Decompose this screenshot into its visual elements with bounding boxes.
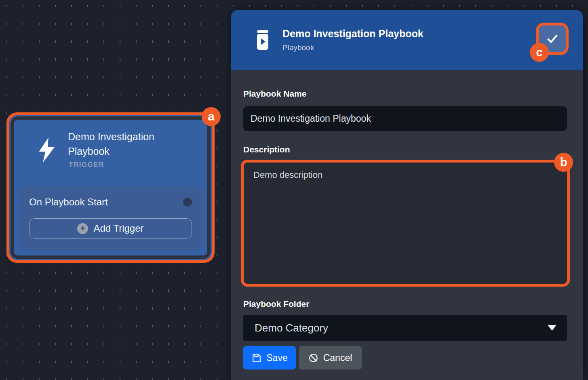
panel-title: Demo Investigation Playbook [282,28,424,40]
panel-body: Playbook Name Description Playbook Folde… [231,70,583,369]
playbook-book-icon [256,30,270,50]
trigger-node-type-label: TRIGGER [69,161,104,169]
trigger-row-on-playbook-start[interactable]: On Playbook Start [29,196,192,209]
trigger-node-title: Demo Investigation Playbook [68,129,169,158]
playbook-name-label: Playbook Name [243,89,567,99]
annotation-badge-b: b [554,153,573,172]
cancel-label: Cancel [323,353,352,363]
plus-icon: + [77,223,88,234]
description-label: Description [243,145,567,154]
trigger-node-card[interactable]: Demo Investigation Playbook TRIGGER On P… [11,116,211,259]
description-highlight [241,160,570,287]
playbook-folder-label: Playbook Folder [243,299,567,309]
description-textarea[interactable] [244,163,567,284]
annotation-badge-a: a [202,107,221,126]
lightning-bolt-icon [36,137,57,163]
floppy-disk-icon [251,353,261,363]
annotation-badge-c: c [530,43,549,62]
panel-subtitle: Playbook [282,43,424,52]
playbook-folder-select[interactable]: Demo Category [243,315,567,341]
ban-icon [308,353,318,363]
action-buttons-row: Save Cancel [243,346,567,369]
playbook-name-input[interactable] [243,106,567,131]
playbook-folder-value: Demo Category [255,322,328,334]
trigger-node-selection-highlight: Demo Investigation Playbook TRIGGER On P… [6,112,215,263]
add-trigger-button[interactable]: + Add Trigger [29,218,192,239]
cancel-button[interactable]: Cancel [299,346,362,369]
playbook-properties-panel: Demo Investigation Playbook Playbook Pla… [231,10,583,380]
save-button[interactable]: Save [243,346,296,369]
save-label: Save [266,353,287,363]
connector-port-dot[interactable] [183,198,192,207]
trigger-row-label: On Playbook Start [29,196,108,208]
caret-down-icon [548,325,556,331]
checkmark-icon [546,33,558,45]
panel-header: Demo Investigation Playbook Playbook [231,10,583,70]
playbook-editor-screen: { "canvas": { "node": { "title": "Demo I… [0,0,588,380]
add-trigger-label: Add Trigger [93,223,143,234]
trigger-list-panel: On Playbook Start + Add Trigger [19,186,202,250]
